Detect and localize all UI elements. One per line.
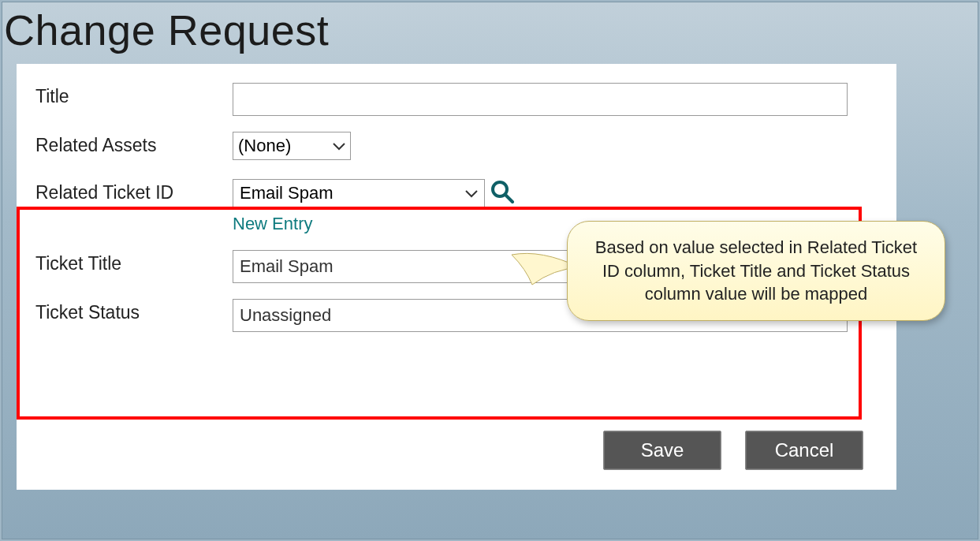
related-assets-value: (None) (238, 136, 291, 156)
related-ticket-id-value: Email Spam (240, 183, 333, 203)
search-icon[interactable] (490, 179, 515, 207)
callout-text: Based on value selected in Related Ticke… (595, 237, 917, 304)
related-ticket-id-select[interactable]: Email Spam (233, 179, 485, 207)
page-title: Change Request (4, 6, 978, 54)
title-input[interactable] (233, 83, 848, 116)
new-entry-link[interactable]: New Entry (233, 214, 312, 234)
save-button[interactable]: Save (603, 431, 721, 470)
row-title: Title (35, 83, 878, 116)
related-assets-select[interactable]: (None) (233, 132, 351, 160)
chevron-down-icon (465, 183, 478, 203)
chevron-down-icon (333, 136, 345, 156)
control-title (233, 83, 878, 116)
row-related-assets: Related Assets (None) (35, 132, 878, 160)
label-title: Title (35, 83, 233, 107)
control-related-assets: (None) (233, 132, 878, 160)
label-ticket-status: Ticket Status (35, 299, 233, 323)
label-related-assets: Related Assets (35, 132, 233, 156)
callout-bubble: Based on value selected in Related Ticke… (567, 221, 945, 321)
window-outer: Change Request Title Related Assets (Non… (2, 2, 978, 539)
label-related-ticket-id: Related Ticket ID (35, 179, 233, 203)
svg-line-1 (505, 195, 512, 202)
cancel-button[interactable]: Cancel (745, 431, 863, 470)
label-ticket-title: Ticket Title (35, 250, 233, 274)
button-bar: Save Cancel (603, 431, 863, 470)
